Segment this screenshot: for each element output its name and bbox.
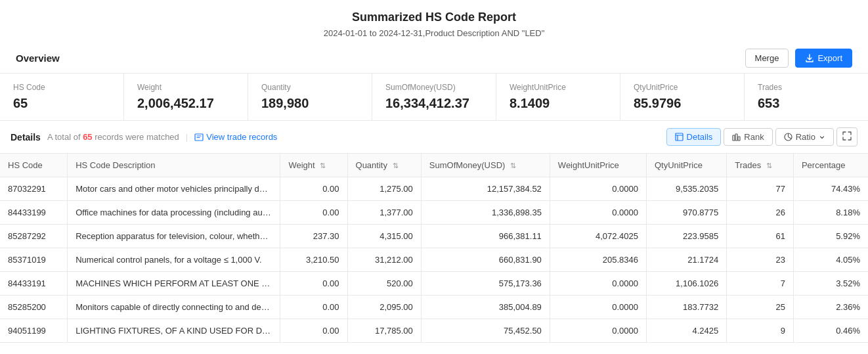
details-right: Details Rank Ratio [666, 127, 857, 146]
stat-quantity-value: 189,980 [261, 96, 358, 111]
cell-weight-unit-price: 0.0000 [550, 201, 646, 225]
cell-hs-code: 94051199 [0, 319, 68, 343]
expand-button[interactable] [836, 127, 857, 146]
tab-details[interactable]: Details [666, 128, 722, 146]
col-header-quantity[interactable]: Quantity ⇅ [347, 154, 421, 177]
overview-bar: Overview Merge Export [0, 43, 868, 73]
col-header-sum-money[interactable]: SumOfMoney(USD) ⇅ [421, 154, 550, 177]
cell-trades: 77 [727, 177, 794, 201]
cell-qty-unit-price: 183.7732 [646, 296, 726, 319]
cell-quantity: 31,212.00 [347, 248, 421, 272]
cell-qty-unit-price: 21.1724 [646, 248, 726, 272]
cell-quantity: 1,275.00 [347, 177, 421, 201]
view-trade-records-link[interactable]: View trade records [194, 132, 277, 142]
stat-hs-code-label: HS Code [13, 83, 110, 92]
details-left: Details A total of 65 records were match… [11, 132, 277, 143]
cell-weight-unit-price: 4,072.4025 [550, 225, 646, 248]
stat-qty-unit-price-value: 85.9796 [634, 96, 731, 111]
stat-weight-value: 2,006,452.17 [137, 96, 234, 111]
cell-percentage: 2.36% [793, 296, 868, 319]
stat-sum-money-label: SumOfMoney(USD) [385, 83, 483, 92]
trades-sort-icon: ⇅ [766, 162, 772, 170]
cell-trades: 61 [727, 225, 794, 248]
cell-description: Monitors capable of directly connecting … [68, 296, 280, 319]
cell-weight-unit-price: 0.0000 [550, 319, 646, 343]
trade-records-icon [194, 133, 204, 142]
table-row: 85285200 Monitors capable of directly co… [0, 296, 868, 319]
cell-qty-unit-price: 970.8775 [646, 201, 726, 225]
cell-percentage: 8.18% [793, 201, 868, 225]
cell-sum-money: 12,157,384.52 [421, 177, 550, 201]
svg-rect-4 [738, 137, 740, 141]
table-row: 85287292 Reception apparatus for televis… [0, 225, 868, 248]
overview-label: Overview [16, 53, 60, 64]
col-header-hs-code: HS Code [0, 154, 68, 177]
cell-quantity: 2,095.00 [347, 296, 421, 319]
table-row: 85371019 Numerical control panels, for a… [0, 248, 868, 272]
stat-trades-label: Trades [758, 83, 855, 92]
details-bar: Details A total of 65 records were match… [0, 121, 868, 154]
cell-weight-unit-price: 0.0000 [550, 272, 646, 296]
stat-weight: Weight 2,006,452.17 [124, 74, 248, 120]
cell-hs-code: 85287292 [0, 225, 68, 248]
stats-row: HS Code 65 Weight 2,006,452.17 Quantity … [0, 73, 868, 121]
cell-sum-money: 660,831.90 [421, 248, 550, 272]
cell-trades: 9 [727, 319, 794, 343]
tab-rank[interactable]: Rank [724, 128, 772, 146]
cell-trades: 23 [727, 248, 794, 272]
cell-quantity: 17,785.00 [347, 319, 421, 343]
cell-description: MACHINES WHICH PERFORM AT LEAST ONE OF T… [68, 272, 280, 296]
col-header-weight[interactable]: Weight ⇅ [280, 154, 347, 177]
rank-tab-icon [732, 133, 741, 141]
cell-percentage: 0.46% [793, 319, 868, 343]
cell-weight: 0.00 [280, 201, 347, 225]
col-header-description: HS Code Description [68, 154, 280, 177]
stat-weight-unit-price: WeightUnitPrice 8.1409 [496, 74, 620, 120]
cell-qty-unit-price: 9,535.2035 [646, 177, 726, 201]
merge-button[interactable]: Merge [745, 49, 789, 68]
export-button[interactable]: Export [795, 49, 852, 68]
report-title: Summarized HS Code Report [0, 11, 868, 24]
col-header-percentage: Percentage [793, 154, 868, 177]
cell-hs-code: 87032291 [0, 177, 68, 201]
details-count: 65 [83, 132, 92, 142]
details-meta: A total of 65 records were matched [47, 132, 179, 142]
cell-sum-money: 1,336,898.35 [421, 201, 550, 225]
tab-ratio[interactable]: Ratio [775, 128, 834, 146]
cell-trades: 25 [727, 296, 794, 319]
stat-weight-unit-price-label: WeightUnitPrice [510, 83, 607, 92]
cell-weight-unit-price: 0.0000 [550, 177, 646, 201]
stat-trades: Trades 653 [745, 74, 868, 120]
cell-sum-money: 75,452.50 [421, 319, 550, 343]
cell-trades: 7 [727, 272, 794, 296]
cell-qty-unit-price: 223.9585 [646, 225, 726, 248]
stat-sum-money: SumOfMoney(USD) 16,334,412.37 [372, 74, 496, 120]
cell-weight-unit-price: 205.8346 [550, 248, 646, 272]
cell-quantity: 520.00 [347, 272, 421, 296]
cell-hs-code: 85285200 [0, 296, 68, 319]
stat-hs-code-value: 65 [13, 96, 110, 111]
cell-weight: 237.30 [280, 225, 347, 248]
stat-weight-unit-price-value: 8.1409 [510, 96, 607, 111]
cell-description: Motor cars and other motor vehicles prin… [68, 177, 280, 201]
table-row: 84433191 MACHINES WHICH PERFORM AT LEAST… [0, 272, 868, 296]
cell-percentage: 4.05% [793, 248, 868, 272]
stat-quantity: Quantity 189,980 [248, 74, 372, 120]
cell-percentage: 3.52% [793, 272, 868, 296]
overview-actions: Merge Export [745, 49, 852, 68]
ratio-tab-icon [784, 133, 792, 141]
stat-trades-value: 653 [758, 96, 855, 111]
stat-sum-money-value: 16,334,412.37 [385, 96, 483, 111]
col-header-trades[interactable]: Trades ⇅ [727, 154, 794, 177]
stat-hs-code: HS Code 65 [0, 74, 124, 120]
stat-qty-unit-price-label: QtyUnitPrice [634, 83, 731, 92]
table-row: 94051199 LIGHTING FIXTURES, OF A KIND US… [0, 319, 868, 343]
details-divider: | [186, 132, 188, 142]
cell-hs-code: 84433191 [0, 272, 68, 296]
cell-percentage: 5.92% [793, 225, 868, 248]
stat-quantity-label: Quantity [261, 83, 358, 92]
cell-weight: 0.00 [280, 177, 347, 201]
col-header-weight-unit-price: WeightUnitPrice [550, 154, 646, 177]
details-tab-icon [675, 133, 684, 141]
svg-rect-2 [733, 135, 735, 141]
